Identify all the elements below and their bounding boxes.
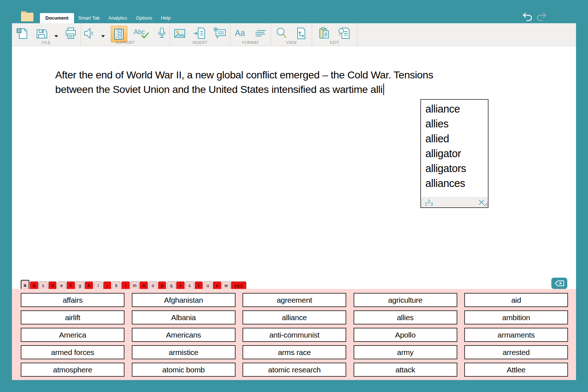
letter-tab-strip: abcdefghijklmnopqrstuvwxyz [21, 280, 246, 290]
word-button[interactable]: armed forces [21, 345, 124, 359]
paragraph-align-icon[interactable] [254, 26, 268, 40]
toolbar-group-label: FILE [12, 40, 81, 45]
menu-tab-options[interactable]: Options [132, 13, 157, 23]
word-button[interactable]: alliance [242, 310, 346, 324]
word-button[interactable]: airlift [21, 310, 124, 324]
picture-icon[interactable] [173, 26, 187, 40]
paste-icon[interactable] [318, 26, 331, 40]
letter-tab-q[interactable]: q [167, 281, 176, 290]
letter-tab-m[interactable]: m [130, 281, 139, 290]
letter-tab-n[interactable]: n [139, 281, 148, 290]
word-button[interactable]: affairs [21, 293, 124, 307]
word-button[interactable]: allies [354, 310, 457, 324]
folder-icon[interactable] [21, 11, 34, 23]
letter-tab-a[interactable]: a [21, 280, 29, 290]
resize-grip-icon[interactable] [484, 201, 489, 208]
toolbar-group-label: VIEW [271, 40, 312, 45]
word-button[interactable]: agreement [242, 293, 346, 307]
letter-tab-u[interactable]: u [204, 281, 212, 290]
toolbar-group-format: Aa FORMAT [230, 23, 271, 46]
svg-text:3: 3 [116, 36, 117, 38]
letter-tab-k[interactable]: k [112, 281, 121, 290]
suggestion-item[interactable]: alligators [425, 161, 488, 176]
spellcheck-icon[interactable]: Abc [133, 26, 149, 40]
letter-tab-d[interactable]: d [48, 281, 57, 290]
word-button[interactable]: anti-communist [242, 328, 346, 342]
toolbar-spacer [358, 23, 576, 46]
menu-tab-help[interactable]: Help [156, 13, 175, 23]
toolbar-group-label: FORMAT [230, 40, 271, 45]
word-button[interactable]: Albania [132, 310, 236, 324]
svg-text:Abc: Abc [134, 28, 145, 36]
letter-tab-l[interactable]: l [121, 281, 130, 290]
toolbar-group-label: INSERT [170, 40, 230, 45]
word-button[interactable]: Americans [132, 328, 236, 342]
letter-tab-v[interactable]: v [213, 281, 221, 290]
comment-icon[interactable] [213, 26, 227, 40]
toolbar-group-file: D FILE [12, 23, 81, 46]
letter-tab-c[interactable]: c [39, 281, 48, 290]
zoom-icon[interactable] [275, 26, 289, 40]
letter-tab-i[interactable]: i [94, 281, 103, 290]
number-predictions-toggle[interactable]: 123 [425, 200, 433, 205]
word-button[interactable]: armaments [464, 328, 568, 342]
word-button[interactable]: atmosphere [21, 363, 124, 377]
find-replace-icon[interactable] [337, 26, 352, 40]
save-icon[interactable] [35, 26, 49, 40]
suggestion-item[interactable]: alliance [425, 102, 488, 117]
word-button[interactable]: ambition [464, 310, 568, 324]
font-icon[interactable]: Aa [234, 26, 248, 40]
speak-dropdown-arrow[interactable] [101, 32, 105, 39]
suggestion-item[interactable]: allied [425, 131, 488, 146]
menu-tab-smart-tab[interactable]: Smart Tab [74, 13, 104, 23]
word-button[interactable]: army [354, 345, 457, 359]
letter-tab-e[interactable]: e [57, 281, 66, 290]
word-button[interactable]: agriculture [354, 293, 457, 307]
save-dropdown-arrow[interactable] [54, 32, 58, 39]
speak-icon[interactable] [82, 26, 95, 40]
letter-tab-h[interactable]: h [85, 281, 93, 290]
redo-icon[interactable] [536, 12, 547, 21]
letter-tab-t[interactable]: t [195, 281, 203, 290]
word-button[interactable]: armistice [132, 345, 236, 359]
letter-tab-b[interactable]: b [30, 281, 38, 290]
menu-tab-analytics[interactable]: Analytics [104, 13, 132, 23]
suggestion-item[interactable]: alligator [425, 146, 488, 161]
insert-file-icon[interactable] [192, 26, 207, 40]
word-button[interactable]: arms race [242, 345, 346, 359]
word-grid: affairsAfghanistanagreementagricultureai… [21, 293, 568, 377]
word-button[interactable]: attack [354, 363, 457, 377]
backspace-button[interactable] [551, 278, 567, 289]
svg-text:2: 2 [116, 33, 117, 36]
letter-tab-o[interactable]: o [149, 281, 158, 290]
letter-tab-w[interactable]: w [222, 281, 230, 290]
letter-tab-xyz[interactable]: xyz [231, 281, 246, 290]
letter-tab-r[interactable]: r [176, 281, 185, 290]
word-button[interactable]: arrested [464, 345, 568, 359]
letter-tab-g[interactable]: g [75, 281, 84, 290]
suggestion-item[interactable]: allies [425, 117, 488, 131]
svg-text:D: D [17, 28, 21, 33]
word-button[interactable]: Apollo [354, 328, 457, 342]
letter-tab-j[interactable]: j [103, 281, 112, 290]
letter-tab-s[interactable]: s [185, 281, 194, 290]
letter-tab-f[interactable]: f [66, 281, 75, 290]
page-layout-icon[interactable] [294, 26, 308, 40]
word-button[interactable]: Afghanistan [132, 293, 236, 307]
document-text: After the end of World War II, a new glo… [55, 68, 433, 97]
menu-tab-document[interactable]: Document [40, 13, 74, 23]
word-button[interactable]: America [21, 328, 124, 342]
undo-icon[interactable] [522, 12, 533, 21]
word-button[interactable]: atomic research [242, 363, 346, 377]
word-button[interactable]: atomic bomb [132, 363, 236, 377]
svg-text:1: 1 [116, 30, 117, 33]
suggestion-item[interactable]: alliances [425, 176, 488, 191]
new-document-icon[interactable]: D [15, 26, 29, 40]
word-button[interactable]: Attlee [464, 363, 568, 377]
document-editor[interactable]: After the end of World War II, a new glo… [12, 46, 576, 289]
microphone-icon[interactable] [155, 26, 169, 40]
print-icon[interactable] [64, 26, 78, 40]
letter-tab-p[interactable]: p [158, 281, 167, 290]
word-button[interactable]: aid [464, 293, 568, 307]
toolbar-group-insert: INSERT [170, 23, 230, 46]
